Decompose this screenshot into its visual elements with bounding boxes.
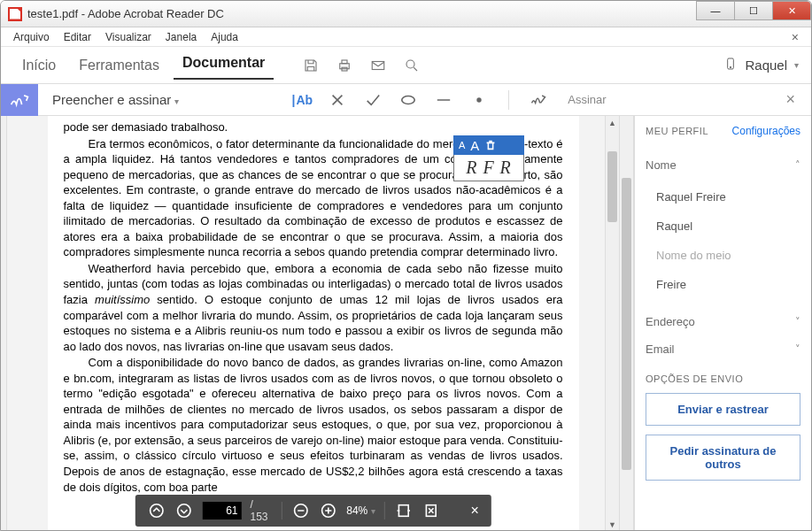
chevron-up-icon: ˄ bbox=[795, 159, 800, 171]
svg-point-4 bbox=[406, 60, 414, 68]
scroll-down-icon[interactable]: ▼ bbox=[606, 518, 619, 531]
fill-sign-dropdown[interactable]: Preencher e assinar▾ bbox=[52, 92, 179, 107]
section-endereco[interactable]: Endereço ˅ bbox=[646, 308, 800, 335]
svg-rect-3 bbox=[373, 61, 385, 69]
zoom-in-button[interactable] bbox=[319, 501, 337, 520]
section-nome[interactable]: Nome ˄ bbox=[646, 151, 800, 179]
chevron-down-icon: ▾ bbox=[794, 60, 799, 70]
doc-text: Weatherford havia percebido que, embora … bbox=[64, 261, 563, 354]
page-down-button[interactable] bbox=[174, 501, 193, 520]
window-titlebar: teste1.pdf - Adobe Acrobat Reader DC — ☐… bbox=[1, 1, 811, 27]
request-signature-button[interactable]: Pedir assinatura de outros bbox=[646, 435, 800, 481]
profile-firstname[interactable]: Raquel bbox=[656, 212, 800, 241]
user-name-label: Raquel bbox=[745, 58, 787, 73]
svg-point-6 bbox=[731, 66, 731, 67]
fit-width-button[interactable] bbox=[394, 501, 413, 520]
signature-widget[interactable]: A A R F R bbox=[453, 135, 524, 181]
svg-point-10 bbox=[178, 504, 190, 517]
window-title: teste1.pdf - Adobe Acrobat Reader DC bbox=[27, 7, 697, 20]
svg-point-9 bbox=[151, 504, 163, 517]
text-tool[interactable]: Ab bbox=[292, 91, 312, 109]
chevron-down-icon: ˅ bbox=[795, 316, 800, 327]
doc-text: Com a disponibilidade do novo banco de d… bbox=[64, 355, 563, 495]
sign-tool[interactable] bbox=[529, 91, 548, 109]
svg-point-7 bbox=[402, 96, 414, 104]
section-email[interactable]: Email ˅ bbox=[646, 335, 800, 363]
checkmark-tool[interactable] bbox=[363, 91, 383, 109]
search-icon[interactable] bbox=[403, 57, 421, 74]
menu-janela[interactable]: Janela bbox=[159, 29, 204, 45]
toolbar-close-icon[interactable]: × bbox=[470, 503, 478, 519]
chevron-down-icon: ˅ bbox=[795, 343, 800, 355]
menu-editar[interactable]: Editar bbox=[57, 29, 98, 45]
page-total-label: / 153 bbox=[250, 498, 273, 523]
save-icon[interactable] bbox=[302, 57, 320, 74]
menu-arquivo[interactable]: Arquivo bbox=[6, 29, 57, 45]
panel-scroll-thumb[interactable] bbox=[622, 178, 631, 470]
fill-sign-toolbar: Preencher e assinar▾ Ab Assinar × bbox=[1, 84, 811, 116]
minimize-button[interactable]: — bbox=[696, 1, 735, 20]
send-track-button[interactable]: Enviar e rastrear bbox=[646, 393, 800, 426]
page-toolbar: / 153 84%▾ × bbox=[135, 495, 491, 527]
send-options-title: OPÇÕES DE ENVIO bbox=[646, 373, 800, 384]
menubar-close-icon[interactable]: × bbox=[785, 28, 806, 46]
nav-document[interactable]: Documentar bbox=[174, 51, 274, 80]
page-number-input[interactable] bbox=[202, 502, 241, 519]
sig-size-large[interactable]: A bbox=[470, 138, 479, 153]
dot-tool[interactable] bbox=[469, 91, 489, 109]
sig-size-small[interactable]: A bbox=[459, 140, 465, 150]
top-nav: Início Ferramentas Documentar Raquel ▾ bbox=[1, 47, 811, 84]
svg-rect-1 bbox=[342, 60, 347, 64]
circle-tool[interactable] bbox=[398, 91, 418, 109]
fit-page-button[interactable] bbox=[421, 501, 440, 520]
user-menu[interactable]: Raquel ▾ bbox=[723, 57, 799, 74]
main-area: pode ser demasiado trabalhoso. Era termo… bbox=[1, 116, 811, 531]
page-up-button[interactable] bbox=[147, 501, 166, 520]
signature-toolbar: A A bbox=[453, 135, 524, 155]
x-mark-tool[interactable] bbox=[328, 91, 347, 109]
scroll-thumb[interactable] bbox=[607, 151, 617, 222]
scroll-up-icon[interactable]: ▲ bbox=[606, 116, 619, 130]
profile-fullname[interactable]: Raquel Freire bbox=[656, 182, 800, 212]
mail-icon[interactable] bbox=[369, 57, 387, 74]
document-viewport[interactable]: pode ser demasiado trabalhoso. Era termo… bbox=[7, 116, 619, 531]
sig-delete-icon[interactable] bbox=[484, 139, 497, 151]
right-panel: MEU PERFIL Configurações Nome ˄ Raquel F… bbox=[634, 116, 811, 531]
doc-text: pode ser demasiado trabalhoso. bbox=[64, 119, 563, 135]
document-scrollbar[interactable]: ▲ ▼ bbox=[605, 116, 619, 531]
document-area: pode ser demasiado trabalhoso. Era termo… bbox=[7, 116, 619, 531]
svg-point-8 bbox=[477, 97, 482, 102]
profile-lastname[interactable]: Freire bbox=[656, 270, 800, 299]
maximize-button[interactable]: ☐ bbox=[734, 1, 773, 20]
panel-scrollbar[interactable] bbox=[619, 116, 634, 531]
app-icon bbox=[8, 7, 22, 21]
print-icon[interactable] bbox=[336, 57, 353, 74]
mobile-icon bbox=[723, 57, 738, 74]
menu-bar: Arquivo Editar Visualizar Janela Ajuda × bbox=[1, 27, 811, 47]
fill-sign-mode-button[interactable] bbox=[1, 84, 38, 116]
zoom-level-dropdown[interactable]: 84%▾ bbox=[346, 504, 375, 517]
signature-field[interactable]: R F R bbox=[453, 155, 524, 181]
left-rail[interactable] bbox=[1, 116, 7, 531]
sign-label[interactable]: Assinar bbox=[568, 93, 606, 106]
toolbar-divider bbox=[508, 90, 509, 110]
menu-visualizar[interactable]: Visualizar bbox=[98, 29, 159, 45]
nav-tools[interactable]: Ferramentas bbox=[70, 54, 168, 77]
profile-title: MEU PERFIL bbox=[646, 126, 708, 136]
profile-middlename[interactable]: Nome do meio bbox=[656, 241, 800, 270]
nav-home[interactable]: Início bbox=[13, 54, 65, 77]
svg-rect-13 bbox=[398, 505, 408, 517]
settings-link[interactable]: Configurações bbox=[732, 125, 800, 137]
zoom-out-button[interactable] bbox=[291, 501, 310, 520]
fillbar-close-icon[interactable]: × bbox=[778, 90, 802, 109]
line-tool[interactable] bbox=[434, 91, 453, 109]
svg-rect-0 bbox=[340, 63, 350, 68]
close-button[interactable]: ✕ bbox=[772, 1, 811, 20]
menu-ajuda[interactable]: Ajuda bbox=[204, 29, 245, 45]
